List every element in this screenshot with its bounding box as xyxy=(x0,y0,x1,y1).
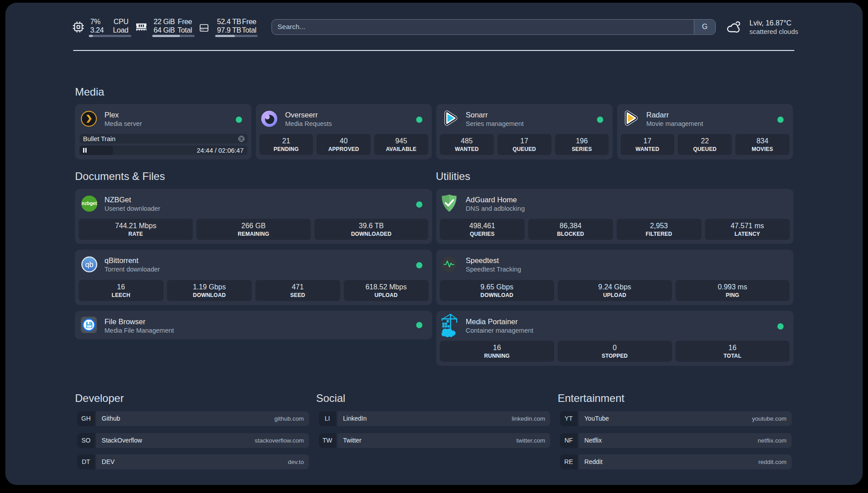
svg-text:nzbget: nzbget xyxy=(82,201,97,206)
svg-text:qb: qb xyxy=(85,260,93,268)
